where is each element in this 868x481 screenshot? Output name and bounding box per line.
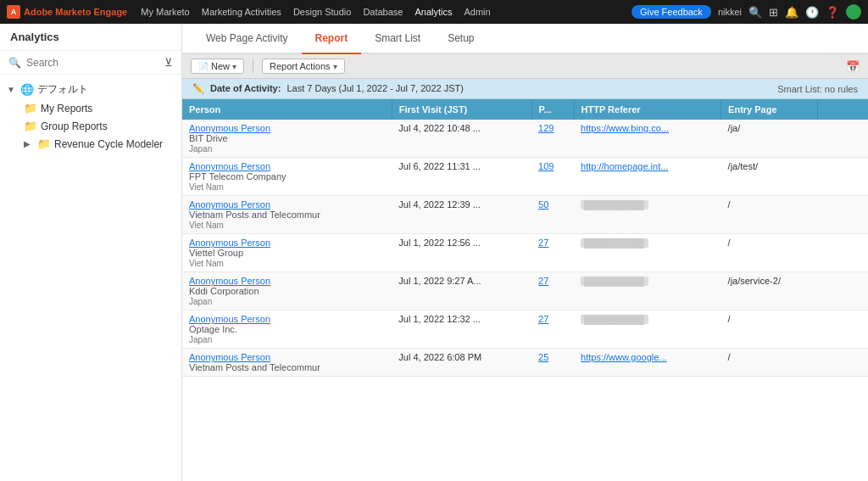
cell-extra xyxy=(817,120,868,158)
entry-page-path: / xyxy=(728,199,731,210)
tab-web-page-activity[interactable]: Web Page Activity xyxy=(192,24,302,54)
cell-first-visit: Jul 1, 2022 12:32 ... xyxy=(392,310,531,349)
person-link[interactable]: Anonymous Person xyxy=(189,123,270,133)
nav-design-studio[interactable]: Design Studio xyxy=(293,7,352,17)
sidebar-item-default[interactable]: ▼ 🌐 デフォルト xyxy=(0,80,181,99)
help-icon[interactable]: ❓ xyxy=(826,6,839,19)
sidebar-tree: ▼ 🌐 デフォルト 📁 My Reports 📁 Group Reports ▶… xyxy=(0,75,181,481)
new-icon: 📄 xyxy=(198,62,209,71)
sidebar-search-bar: 🔍 ⊻ xyxy=(0,51,181,75)
cell-entry-page: / xyxy=(721,349,817,377)
logo-text: Adobe Marketo Engage xyxy=(24,7,127,17)
person-link[interactable]: Anonymous Person xyxy=(189,352,270,362)
chevron-down-icon: ▾ xyxy=(232,62,236,71)
cell-entry-page: /ja/test/ xyxy=(721,158,817,196)
entry-page-path: / xyxy=(728,352,731,362)
cell-first-visit: Jul 6, 2022 11:31 ... xyxy=(392,158,531,196)
user-label: nikkei xyxy=(718,7,742,17)
cell-extra xyxy=(817,158,868,196)
person-company: Optage Inc. xyxy=(189,324,237,334)
p-count-link[interactable]: 109 xyxy=(538,161,554,171)
referer-link[interactable]: https://www.google... xyxy=(581,352,667,362)
person-link[interactable]: Anonymous Person xyxy=(189,199,270,210)
logo[interactable]: A Adobe Marketo Engage xyxy=(7,5,127,19)
cell-person: Anonymous Person Optage Inc. Japan xyxy=(182,310,392,349)
bell-icon[interactable]: 🔔 xyxy=(785,6,798,19)
col-entry-page: Entry Page xyxy=(721,99,817,120)
my-reports-label: My Reports xyxy=(41,103,92,115)
main-content: Web Page Activity Report Smart List Setu… xyxy=(182,24,868,481)
tab-report[interactable]: Report xyxy=(302,24,362,54)
p-count-link[interactable]: 27 xyxy=(538,276,548,286)
nav-admin[interactable]: Admin xyxy=(465,7,491,17)
cell-p-count: 27 xyxy=(531,310,574,349)
person-country: Japan xyxy=(189,297,212,306)
referer-link[interactable]: https://www.bing.co... xyxy=(581,123,669,133)
person-company: FPT Telecom Company xyxy=(189,171,287,182)
p-count-link[interactable]: 50 xyxy=(538,199,548,210)
person-link[interactable]: Anonymous Person xyxy=(189,161,270,171)
cell-p-count: 27 xyxy=(531,234,574,272)
col-http-referer: HTTP Referer xyxy=(574,99,721,120)
search-input[interactable] xyxy=(26,57,159,69)
entry-page-path: /ja/ xyxy=(728,123,741,133)
smart-list-info: Smart List: no rules xyxy=(777,84,858,94)
cell-p-count: 27 xyxy=(531,272,574,310)
nav-analytics[interactable]: Analytics xyxy=(415,7,452,17)
feedback-button[interactable]: Give Feedback xyxy=(632,5,711,19)
table-row: Anonymous Person Kddi Corporation JapanJ… xyxy=(182,272,868,310)
sidebar-item-group-reports[interactable]: 📁 Group Reports xyxy=(0,117,181,135)
world-icon: 🌐 xyxy=(20,83,34,96)
table-row: Anonymous Person Viettel Group Viet NamJ… xyxy=(182,234,868,272)
p-count-link[interactable]: 25 xyxy=(538,352,548,362)
cell-extra xyxy=(817,196,868,234)
cell-referer: ██████████ xyxy=(574,272,721,310)
p-count-link[interactable]: 129 xyxy=(538,123,554,133)
sidebar-item-my-reports[interactable]: 📁 My Reports xyxy=(0,99,181,117)
filter-icon[interactable]: ⊻ xyxy=(164,56,173,69)
cell-referer: ██████████ xyxy=(574,196,721,234)
tab-smart-list[interactable]: Smart List xyxy=(361,24,434,54)
col-p: P... xyxy=(531,99,574,120)
p-count-link[interactable]: 27 xyxy=(538,238,548,248)
cell-person: Anonymous Person Kddi Corporation Japan xyxy=(182,272,392,310)
nav-database[interactable]: Database xyxy=(363,7,403,17)
cell-extra xyxy=(817,272,868,310)
p-count-link[interactable]: 27 xyxy=(538,314,548,324)
cell-p-count: 109 xyxy=(531,158,574,196)
blurred-referer: ██████████ xyxy=(581,238,648,248)
search-icon[interactable]: 🔍 xyxy=(748,6,762,19)
sidebar-search-icon: 🔍 xyxy=(8,57,21,69)
referer-link[interactable]: http://homepage.int... xyxy=(581,161,668,171)
nav-marketing-activities[interactable]: Marketing Activities xyxy=(202,7,281,17)
sidebar: Analytics 🔍 ⊻ ▼ 🌐 デフォルト 📁 My Reports 📁 G… xyxy=(0,24,182,481)
group-reports-label: Group Reports xyxy=(41,120,108,132)
nav-my-marketo[interactable]: My Marketo xyxy=(141,7,189,17)
pencil-icon: ✏️ xyxy=(192,83,204,93)
toolbar-separator xyxy=(253,59,253,73)
cell-entry-page: / xyxy=(721,310,817,349)
tab-setup[interactable]: Setup xyxy=(434,24,487,54)
person-company: Kddi Corporation xyxy=(189,286,259,296)
report-actions-button[interactable]: Report Actions ▾ xyxy=(262,59,345,74)
root-label: デフォルト xyxy=(37,82,88,97)
calendar-icon[interactable]: 📅 xyxy=(846,60,860,73)
new-button[interactable]: 📄 New ▾ xyxy=(191,59,244,74)
cell-referer: ██████████ xyxy=(574,310,721,349)
person-link[interactable]: Anonymous Person xyxy=(189,276,270,286)
user-avatar[interactable] xyxy=(846,4,861,20)
chevron-down-icon: ▼ xyxy=(7,85,17,94)
cell-p-count: 25 xyxy=(531,349,574,377)
person-country: Viet Nam xyxy=(189,259,224,268)
chevron-down-icon: ▾ xyxy=(333,62,337,71)
person-company: Vietnam Posts and Telecommur xyxy=(189,210,320,220)
grid-icon[interactable]: ⊞ xyxy=(769,6,778,19)
cell-entry-page: / xyxy=(721,234,817,272)
person-link[interactable]: Anonymous Person xyxy=(189,238,270,248)
sidebar-item-revenue-cycle-modeler[interactable]: ▶ 📁 Revenue Cycle Modeler xyxy=(0,135,181,153)
person-link[interactable]: Anonymous Person xyxy=(189,314,270,324)
clock-icon[interactable]: 🕐 xyxy=(805,6,819,19)
col-person: Person xyxy=(182,99,392,120)
nav-right: Give Feedback nikkei 🔍 ⊞ 🔔 🕐 ❓ xyxy=(632,4,861,20)
cell-entry-page: / xyxy=(721,196,817,234)
